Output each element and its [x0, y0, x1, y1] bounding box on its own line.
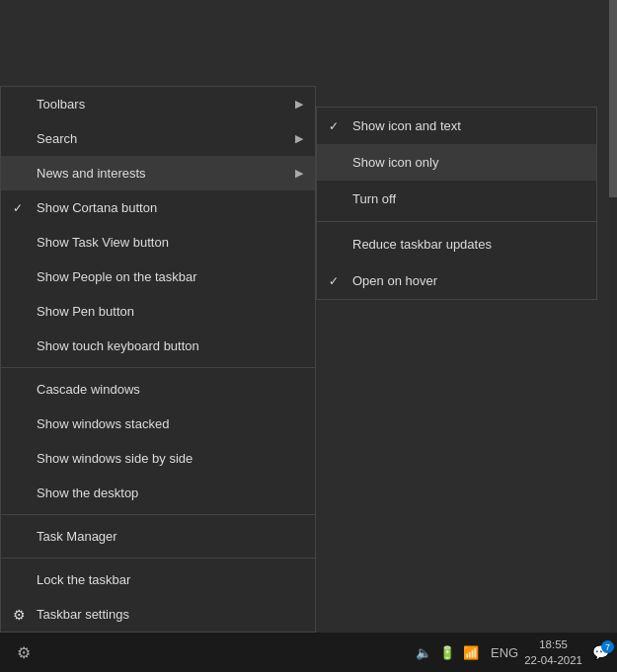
menu-separator [1, 514, 315, 515]
menu-item-taskbar-settings[interactable]: ⚙Taskbar settings [1, 597, 315, 632]
taskbar-gear-icon[interactable]: ⚙ [8, 636, 39, 668]
submenu-item-show-icon-only[interactable]: Show icon only [317, 144, 596, 181]
context-menu: Toolbars▶Search▶News and interests▶✓Show… [0, 86, 316, 633]
battery-icon[interactable]: 🔋 [439, 645, 455, 660]
menu-item-show-touch-keyboard[interactable]: Show touch keyboard button [1, 329, 315, 363]
check-icon: ✓ [329, 274, 339, 288]
menu-item-label: Show touch keyboard button [37, 338, 199, 353]
submenu-item-turn-off[interactable]: Turn off [317, 181, 596, 217]
taskbar-right: 🔈 🔋 📶 ENG 18:55 22-04-2021 💬 7 [416, 636, 617, 668]
menu-item-cascade-windows[interactable]: Cascade windows [1, 372, 315, 407]
submenu-item-label: Turn off [352, 191, 396, 206]
menu-item-show-task-view[interactable]: Show Task View button [1, 225, 315, 260]
arrow-icon: ▶ [295, 98, 303, 111]
menu-item-show-pen[interactable]: Show Pen button [1, 294, 315, 329]
volume-icon[interactable]: 🔈 [416, 645, 431, 660]
submenu-item-show-icon-text[interactable]: ✓Show icon and text [317, 108, 596, 144]
menu-item-label: Show Task View button [37, 235, 169, 250]
menu-item-label: Show Pen button [37, 304, 134, 319]
menu-item-label: Search [37, 131, 77, 146]
notification-badge: 7 [601, 640, 614, 653]
network-icon[interactable]: 📶 [463, 645, 479, 660]
menu-item-label: Show windows stacked [37, 416, 169, 431]
submenu-item-reduce-updates[interactable]: Reduce taskbar updates [317, 226, 596, 262]
menu-item-label: Show People on the taskbar [37, 269, 197, 284]
menu-item-search[interactable]: Search▶ [1, 121, 315, 156]
scrollbar-thumb[interactable] [609, 0, 617, 197]
scrollbar-track[interactable] [609, 0, 617, 633]
menu-item-label: Lock the taskbar [37, 572, 130, 587]
menu-item-lock-taskbar[interactable]: Lock the taskbar [1, 562, 315, 597]
taskbar: ⚙ 🔈 🔋 📶 ENG 18:55 22-04-2021 💬 7 [0, 633, 617, 672]
submenu-item-label: Open on hover [352, 273, 437, 288]
menu-item-label: Show windows side by side [37, 451, 193, 466]
submenu-separator [317, 221, 596, 222]
menu-item-label: News and interests [37, 166, 146, 181]
submenu-item-label: Show icon only [352, 155, 438, 170]
submenu: ✓Show icon and textShow icon onlyTurn of… [316, 107, 597, 300]
menu-item-label: Show the desktop [37, 485, 138, 500]
menu-item-label: Cascade windows [37, 382, 140, 397]
menu-item-show-windows-stacked[interactable]: Show windows stacked [1, 407, 315, 441]
arrow-icon: ▶ [295, 132, 303, 145]
language-label[interactable]: ENG [491, 645, 518, 660]
notification-icon[interactable]: 💬 7 [592, 644, 609, 660]
gear-icon: ⚙ [13, 607, 26, 623]
menu-item-label: Task Manager [37, 529, 117, 544]
menu-separator [1, 558, 315, 559]
taskbar-datetime[interactable]: 18:55 22-04-2021 [524, 636, 582, 668]
taskbar-left: ⚙ [0, 636, 39, 668]
menu-item-label: Toolbars [37, 97, 85, 112]
submenu-item-label: Show icon and text [352, 118, 461, 133]
menu-item-toolbars[interactable]: Toolbars▶ [1, 87, 315, 121]
menu-item-news-interests[interactable]: News and interests▶ [1, 156, 315, 190]
taskbar-time: 18:55 [539, 636, 568, 652]
menu-item-label: Taskbar settings [37, 607, 129, 622]
taskbar-icons: 🔈 🔋 📶 [416, 645, 479, 660]
menu-item-task-manager[interactable]: Task Manager [1, 519, 315, 554]
check-icon: ✓ [329, 119, 339, 133]
menu-item-show-desktop[interactable]: Show the desktop [1, 476, 315, 510]
menu-separator [1, 367, 315, 368]
menu-item-label: Show Cortana button [37, 200, 157, 215]
check-icon: ✓ [13, 201, 23, 215]
menu-item-show-cortana[interactable]: ✓Show Cortana button [1, 190, 315, 225]
arrow-icon: ▶ [295, 167, 303, 180]
taskbar-date: 22-04-2021 [524, 652, 582, 668]
menu-item-show-windows-side[interactable]: Show windows side by side [1, 441, 315, 476]
submenu-item-open-on-hover[interactable]: ✓Open on hover [317, 262, 596, 299]
submenu-item-label: Reduce taskbar updates [352, 237, 492, 252]
menu-item-show-people[interactable]: Show People on the taskbar [1, 260, 315, 294]
